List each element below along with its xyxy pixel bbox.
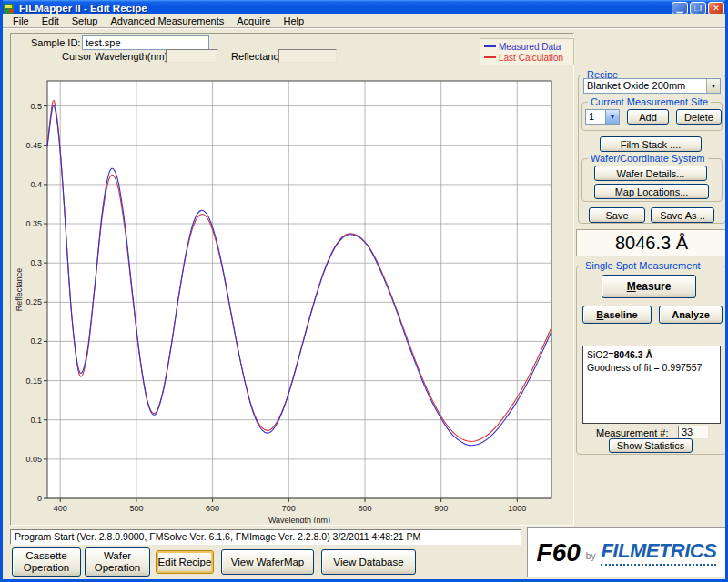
menu-file[interactable]: File — [6, 15, 35, 27]
menu-separator — [3, 27, 725, 29]
thickness-readout: 8046.3 Å — [576, 229, 727, 256]
site-number-combobox[interactable]: 1 ▼ — [585, 109, 620, 125]
save-button[interactable]: Save — [589, 207, 645, 223]
film-stack-button[interactable]: Film Stack .... — [600, 136, 702, 152]
spectrum-panel: Sample ID: Cursor Wavelength(nm): Reflec… — [10, 33, 574, 526]
sample-id-label: Sample ID: — [31, 37, 80, 48]
menu-edit[interactable]: Edit — [35, 15, 66, 27]
view-database-button[interactable]: View Database — [321, 549, 416, 575]
logo-brand-text: FILMETRICS — [601, 539, 716, 566]
fit-result-thickness: SiO2=8046.3 Å — [587, 348, 716, 361]
svg-text:0.3: 0.3 — [30, 258, 42, 267]
sample-id-input[interactable] — [82, 35, 209, 50]
cursor-wavelength-field — [166, 49, 218, 63]
recipe-selected-value: Blanket Oxide 200mm — [584, 79, 706, 93]
measurement-site-group-label: Current Measurement Site — [588, 96, 711, 107]
wafer-details-button[interactable]: Wafer Details... — [594, 166, 707, 181]
app-icon — [4, 3, 15, 15]
filmetrics-logo: F60 by FILMETRICS — [527, 527, 726, 577]
last-calculation-swatch — [484, 56, 496, 58]
svg-text:Wavelength (nm): Wavelength (nm) — [268, 516, 330, 523]
menu-bar: File Edit Setup Advanced Measurements Ac… — [3, 14, 725, 27]
logo-f60-text: F60 — [537, 538, 581, 567]
svg-text:0.15: 0.15 — [25, 376, 42, 386]
app-window: FILMapper II - Edit Recipe ▁ ❐ ✕ File Ed… — [0, 0, 728, 582]
minimize-icon[interactable]: ▁ — [672, 2, 688, 15]
wafer-coordinate-group-label: Wafer/Coordinate System — [588, 153, 708, 164]
svg-text:900: 900 — [434, 504, 448, 513]
svg-text:400: 400 — [54, 504, 67, 513]
svg-text:0.1: 0.1 — [30, 416, 42, 425]
baseline-button[interactable]: Baseline — [582, 306, 652, 324]
menu-acquire[interactable]: Acquire — [230, 15, 277, 27]
svg-text:600: 600 — [206, 504, 219, 513]
analyze-button[interactable]: Analyze — [659, 306, 723, 324]
svg-text:700: 700 — [282, 504, 296, 513]
svg-text:0.5: 0.5 — [30, 102, 42, 111]
menu-setup[interactable]: Setup — [66, 15, 105, 27]
wafer-operation-button[interactable]: Wafer Operation — [85, 547, 150, 577]
svg-text:0: 0 — [37, 494, 42, 503]
measure-button[interactable]: Measure — [602, 275, 696, 298]
site-number-value: 1 — [586, 110, 605, 124]
chevron-down-icon[interactable]: ▼ — [706, 79, 720, 93]
svg-text:0.25: 0.25 — [25, 297, 42, 306]
svg-text:800: 800 — [358, 504, 371, 513]
chevron-down-icon[interactable]: ▼ — [605, 110, 619, 124]
chart-legend: Measured Data Last Calculation — [480, 38, 574, 65]
menu-advanced-measurements[interactable]: Advanced Measurements — [104, 15, 230, 27]
svg-text:1000: 1000 — [508, 504, 526, 513]
cassette-operation-button[interactable]: Cassette Operation — [12, 547, 81, 577]
svg-text:0.35: 0.35 — [25, 219, 42, 228]
map-locations-button[interactable]: Map Locations... — [594, 184, 709, 199]
legend-measured-label: Measured Data — [499, 42, 561, 52]
svg-text:0.05: 0.05 — [25, 455, 42, 464]
cursor-reflectance-field — [278, 49, 337, 63]
save-as-button[interactable]: Save As .. — [651, 207, 714, 223]
measurement-number-label: Measurement #: — [596, 427, 668, 438]
single-spot-group-label: Single Spot Measurement — [582, 260, 703, 271]
svg-text:Reflectance: Reflectance — [15, 268, 24, 312]
maximize-icon[interactable]: ❐ — [690, 2, 706, 15]
menu-help[interactable]: Help — [277, 15, 310, 27]
svg-text:0.4: 0.4 — [30, 180, 42, 189]
view-wafermap-button[interactable]: View WaferMap — [221, 549, 314, 575]
delete-site-button[interactable]: Delete — [676, 109, 722, 125]
edit-recipe-button[interactable]: Edit Recipe — [156, 550, 214, 574]
legend-calculated-label: Last Calculation — [499, 53, 563, 63]
status-bar: Program Start (Ver. 2.8.0.9000, FMSolve … — [10, 529, 521, 545]
cursor-wavelength-label: Cursor Wavelength(nm): — [62, 51, 170, 62]
measurement-number-field: 33 — [678, 426, 709, 439]
svg-text:500: 500 — [129, 504, 143, 513]
close-icon[interactable]: ✕ — [708, 2, 724, 15]
recipe-combobox[interactable]: Blanket Oxide 200mm ▼ — [583, 78, 721, 94]
fit-results-box: SiO2=8046.3 Å Goodness of fit = 0.997557 — [582, 346, 721, 424]
svg-text:0.45: 0.45 — [25, 141, 42, 150]
fit-result-gof: Goodness of fit = 0.997557 — [587, 361, 716, 374]
reflectance-chart[interactable]: 400500600700800900100000.050.10.150.20.2… — [13, 68, 570, 523]
show-statistics-button[interactable]: Show Statistics — [609, 438, 693, 453]
svg-text:0.2: 0.2 — [30, 336, 42, 346]
logo-by-text: by — [586, 551, 596, 561]
window-title: FILMapper II - Edit Recipe — [19, 3, 147, 14]
add-site-button[interactable]: Add — [627, 109, 669, 125]
measured-data-swatch — [484, 45, 496, 47]
